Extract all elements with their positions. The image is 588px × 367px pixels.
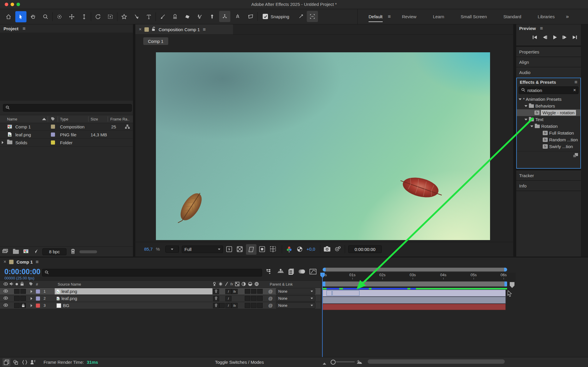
parent-link-column-header[interactable]: Parent & Link xyxy=(270,282,293,286)
unlock-icon[interactable] xyxy=(152,27,156,32)
tracker-panel-header[interactable]: Tracker xyxy=(516,170,581,181)
column-frame-rate[interactable]: Frame Ra.. xyxy=(110,117,129,121)
label-color-swatch[interactable] xyxy=(51,140,55,145)
timeline-tab-menu-icon[interactable]: ≡ xyxy=(36,259,39,264)
properties-panel-header[interactable]: Properties xyxy=(516,47,581,57)
zoom-in-mountain-icon[interactable] xyxy=(357,360,362,365)
layer-label-swatch[interactable] xyxy=(36,289,40,294)
motion-blur-switch[interactable] xyxy=(251,296,256,301)
caret-down-icon[interactable] xyxy=(519,98,522,100)
tree-item-full-rotation[interactable]: fx Full Rotation xyxy=(517,130,580,136)
footer-scrollbar[interactable] xyxy=(79,250,97,253)
fast-previews-icon[interactable] xyxy=(226,246,232,253)
shape-tool[interactable] xyxy=(119,11,130,22)
column-size[interactable]: Size xyxy=(91,117,98,121)
project-row-comp1[interactable]: Comp 1 Composition 25 xyxy=(0,123,133,131)
solo-switch[interactable] xyxy=(14,296,20,301)
caret-down-icon[interactable] xyxy=(530,125,533,127)
channels-icon[interactable] xyxy=(286,246,292,253)
workspace-tab-default[interactable]: Default xyxy=(366,9,385,24)
layer-expand-chevron[interactable] xyxy=(31,304,32,307)
quality-switch[interactable] xyxy=(213,303,219,308)
parent-dropdown[interactable]: None xyxy=(276,288,315,294)
timeline-zoom-track[interactable] xyxy=(336,361,355,362)
work-area-bar[interactable] xyxy=(323,281,507,286)
first-frame-button[interactable] xyxy=(531,34,539,41)
view-axis-mode-button[interactable] xyxy=(245,11,256,22)
project-panel-menu-icon[interactable]: ≡ xyxy=(23,26,26,31)
project-row-leaf[interactable]: leaf.png PNG file 14,3 MB xyxy=(0,131,133,139)
layer-label-swatch[interactable] xyxy=(36,296,40,301)
transparency-grid-icon[interactable] xyxy=(236,246,243,253)
lock-switch[interactable] xyxy=(20,296,26,301)
exposure-value[interactable]: +0,0 xyxy=(307,247,315,252)
timeline-tab-title[interactable]: Comp 1 xyxy=(16,259,33,264)
playhead-line[interactable] xyxy=(322,274,323,359)
workspace-tab-standard[interactable]: Standard xyxy=(495,14,529,19)
interpret-footage-icon[interactable] xyxy=(2,249,9,254)
paper-plane-icon[interactable] xyxy=(33,249,38,255)
tree-item-random-rotation[interactable]: fx Random ...tion xyxy=(517,136,580,143)
trash-icon[interactable] xyxy=(71,249,75,255)
solo-switch[interactable] xyxy=(14,289,20,294)
threed-switch[interactable] xyxy=(257,289,263,294)
graph-editor-icon[interactable] xyxy=(309,268,317,276)
exposure-reset-icon[interactable] xyxy=(297,246,303,253)
sampling-switch[interactable]: / xyxy=(225,303,231,308)
frame-blend-switch[interactable] xyxy=(245,296,250,301)
project-search-input[interactable] xyxy=(3,104,132,112)
parent-dropdown[interactable]: None xyxy=(276,295,315,301)
draft-3d-icon[interactable] xyxy=(277,268,284,276)
workspace-overflow-button[interactable]: » xyxy=(563,14,572,20)
snap-arrow-icon[interactable] xyxy=(298,13,304,20)
workspace-menu-icon[interactable]: ≡ xyxy=(385,14,394,19)
timeline-timecode[interactable]: 0:00:00:00 xyxy=(4,267,40,276)
comp-marker-bin-icon[interactable] xyxy=(509,281,515,289)
resolution-dropdown[interactable]: Full xyxy=(182,246,223,253)
play-button[interactable] xyxy=(551,34,559,41)
sort-ascending-icon[interactable] xyxy=(42,118,46,120)
layer-bar-2[interactable] xyxy=(323,297,506,304)
comp-mini-flowchart-icon[interactable] xyxy=(266,268,273,276)
layer-label-swatch[interactable] xyxy=(36,304,40,308)
preview-panel-menu-icon[interactable]: ≡ xyxy=(540,26,543,31)
layer-expand-chevron[interactable] xyxy=(31,290,32,293)
tree-item-rotation-folder[interactable]: Rotation xyxy=(517,123,580,130)
frame-blending-icon[interactable] xyxy=(288,268,294,276)
caret-down-icon[interactable] xyxy=(524,119,527,120)
work-area-end-handle[interactable] xyxy=(504,281,507,286)
new-folder-icon[interactable] xyxy=(13,250,19,254)
project-row-solids[interactable]: Solids Folder xyxy=(0,139,133,147)
eraser-tool[interactable] xyxy=(182,11,193,22)
workspace-tab-learn[interactable]: Learn xyxy=(425,14,452,19)
solo-switch[interactable] xyxy=(14,303,20,308)
tree-item-swirly-rotation[interactable]: fx Swirly ...tion xyxy=(517,143,580,150)
timeline-nav-scrollbar[interactable] xyxy=(323,268,507,272)
comp-network-icon[interactable] xyxy=(125,124,130,130)
comp-viewer-pill[interactable]: Comp 1 xyxy=(143,37,168,45)
layer-bar-3[interactable] xyxy=(323,304,506,310)
tree-item-animation-presets[interactable]: * Animation Presets xyxy=(517,96,580,103)
pan-camera-tool[interactable] xyxy=(66,11,77,22)
last-frame-button[interactable] xyxy=(571,34,579,41)
puppet-pin-tool[interactable] xyxy=(206,11,218,22)
workspace-tab-review[interactable]: Review xyxy=(394,14,424,19)
frame-blend-switch[interactable] xyxy=(245,303,250,308)
threed-switch[interactable] xyxy=(257,296,263,301)
tree-item-wiggle-rotation[interactable]: fx Wiggle - rotation xyxy=(517,109,580,116)
zoom-out-mountain-icon[interactable] xyxy=(322,361,327,366)
eye-icon[interactable] xyxy=(4,296,8,301)
expand-chevron-icon[interactable] xyxy=(2,141,4,144)
new-composition-icon[interactable] xyxy=(23,249,29,254)
previous-frame-button[interactable] xyxy=(541,34,549,41)
pick-whip-icon[interactable]: @ xyxy=(268,296,273,301)
home-tool[interactable] xyxy=(3,11,14,22)
timeline-zoom-knob[interactable] xyxy=(331,360,336,365)
roto-brush-tool[interactable] xyxy=(194,11,205,22)
new-preset-icon[interactable] xyxy=(573,153,578,158)
parent-dropdown[interactable]: None xyxy=(276,302,315,309)
quality-switch[interactable] xyxy=(213,296,219,301)
expand-layer-switches-button[interactable] xyxy=(2,358,11,366)
audio-panel-header[interactable]: Audio xyxy=(516,67,581,78)
align-panel-header[interactable]: Align xyxy=(516,57,581,67)
